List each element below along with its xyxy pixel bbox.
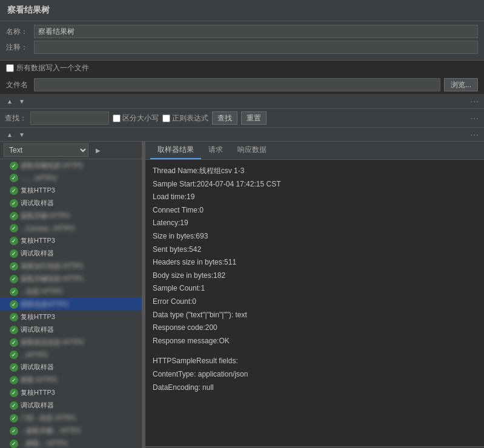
result-line: DataEncoding: null [153,381,477,395]
list-item[interactable]: ✓复核HTTP3 [0,311,142,323]
up-arrow2-icon[interactable]: ▲ [5,130,15,139]
status-icon: ✓ [10,389,18,397]
result-line: Connect Time:0 [153,204,477,217]
list-item[interactable]: ✓调试取样器 [0,361,142,374]
list-item[interactable]: ✓复核HTTP3 [0,234,142,247]
list-item[interactable]: ✓提取关键 HTTP1 [0,209,142,222]
case-sensitive-checkbox[interactable] [113,114,121,122]
item-text: ...信息 HTTP2 [21,287,62,296]
status-icon: ✓ [10,440,18,448]
status-icon: ✓ [10,401,18,410]
regex-checkbox[interactable] [162,114,170,122]
list-item[interactable]: ✓...HTTP3 [0,349,142,361]
toolbar2-dots[interactable]: ··· [470,130,479,139]
status-icon: ✓ [10,174,18,182]
result-line: Response message:OK [153,335,477,348]
write-all-label: 所有数据写入一个文件 [16,63,89,73]
item-text: 调试取样器 [21,325,54,334]
regex-label[interactable]: 正则表达式 [162,113,208,124]
list-item[interactable]: ✓...提取关键... HTTP1 [0,424,142,437]
list-item[interactable]: ✓...获取... HTTP1 [0,437,142,448]
write-all-checkbox[interactable] [6,64,14,72]
item-text: 获取信息HTTP2 [21,300,68,309]
file-input[interactable] [34,78,440,91]
write-all-row: 所有数据写入一个文件 [0,61,484,76]
right-content: Thread Name:线程组csv 1-3Sample Start:2024-… [145,160,484,446]
item-text: 场景运行信息 HTTP1 [21,262,84,271]
status-icon: ✓ [10,212,18,220]
tab-sampler-result[interactable]: 取样器结果 [150,142,201,159]
item-text: 复核HTTP3 [21,186,55,195]
item-text: ...提取关键... HTTP1 [21,426,81,435]
result-line: Load time:19 [153,191,477,204]
reset-button[interactable]: 重置 [241,111,267,125]
list-item[interactable]: ✓获取信息HTTP2 [0,298,142,311]
comment-input[interactable] [34,41,478,54]
item-text: 调试取样器 [21,199,54,208]
list-item[interactable]: ✓复核HTTP3 [0,184,142,197]
item-text: 复核HTTP3 [21,388,55,397]
form-section: 名称： 注释： [0,21,484,61]
list-item[interactable]: ✓复核HTTP3 [0,386,142,399]
toolbar1-dots[interactable]: ··· [470,96,479,106]
list-item[interactable]: ✓提取关键信息 HTTP1 [0,159,142,172]
file-row: 文件名 浏览... [0,76,484,94]
list-item[interactable]: ✓获取 HTTP2 [0,374,142,386]
status-icon: ✓ [10,237,18,245]
search-row: 查找： 区分大小写 正则表达式 查找 重置 ··· [0,109,484,128]
up-arrow-icon[interactable]: ▲ [5,96,15,106]
list-item[interactable]: ✓调试取样器 [0,399,142,412]
list-item[interactable]: ✓提取关键信息 HTTP1 [0,272,142,285]
case-sensitive-label[interactable]: 区分大小写 [113,113,159,124]
status-icon: ✓ [10,363,18,372]
name-input[interactable] [34,25,478,38]
down-arrow-icon[interactable]: ▼ [17,96,27,106]
list-item[interactable]: ✓........HTTP2 [0,172,142,184]
item-text: 复核HTTP3 [21,312,55,321]
search-dots[interactable]: ··· [470,113,479,123]
type-select[interactable]: Text JSON XML HTML Binary RegExp Tester [4,143,88,157]
list-item[interactable]: ✓...信息 HTTP2 [0,285,142,298]
list-item[interactable]: ✓场景运行信息 HTTP1 [0,260,142,272]
browse-button[interactable]: 浏览... [444,78,478,91]
result-line: Response code:200 [153,321,477,335]
result-line: Sent bytes:542 [153,243,477,257]
name-label: 名称： [6,27,30,37]
search-input[interactable] [30,111,109,125]
right-tabs: 取样器结果 请求 响应数据 [145,142,484,160]
list-item[interactable]: ✓调试取样器 [0,323,142,336]
item-text: 获取 HTTP2 [21,375,57,384]
list-item[interactable]: ✓门控...信息 HTTP1 [0,412,142,424]
list-item[interactable]: ✓获取状态信息 HTTP3 [0,336,142,349]
item-text: ...获取... HTTP1 [21,439,68,448]
title-bar: 察看结果树 [0,0,484,21]
toolbar-row-1: ▲ ▼ ··· [0,94,484,109]
search-label: 查找： [5,113,27,124]
item-text: 复核HTTP3 [21,236,55,245]
status-icon: ✓ [10,338,18,347]
find-button[interactable]: 查找 [212,111,237,125]
status-icon: ✓ [10,162,18,170]
left-toolbar: Text JSON XML HTML Binary RegExp Tester … [0,142,142,159]
list-item[interactable]: ✓调试取样器 [0,247,142,260]
status-icon: ✓ [10,313,18,321]
tab-request[interactable]: 请求 [201,142,230,159]
item-text: 调试取样器 [21,249,54,258]
result-line: ContentType: application/json [153,368,477,381]
result-line: Headers size in bytes:511 [153,256,477,269]
item-text: ...Corona...HTTP2 [21,225,75,232]
item-text: ........HTTP2 [21,174,56,182]
left-panel: Text JSON XML HTML Binary RegExp Tester … [0,142,142,448]
main-area: Text JSON XML HTML Binary RegExp Tester … [0,142,484,448]
down-arrow2-icon[interactable]: ▼ [17,130,27,139]
list-item[interactable]: ✓调试取样器 [0,197,142,209]
result-line: Thread Name:线程组csv 1-3 [153,165,477,178]
status-icon: ✓ [10,376,18,384]
left-list: ✓提取关键信息 HTTP1✓........HTTP2✓复核HTTP3✓调试取样… [0,159,142,448]
expand-icon[interactable]: ▶ [93,145,103,155]
item-text: 获取状态信息 HTTP3 [21,338,84,347]
window-title: 察看结果树 [7,5,50,15]
tab-response-data[interactable]: 响应数据 [230,142,274,159]
result-line: Error Count:0 [153,295,477,309]
list-item[interactable]: ✓...Corona...HTTP2 [0,222,142,234]
